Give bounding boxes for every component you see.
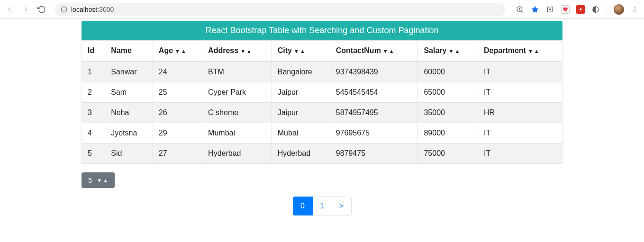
sort-arrows-icon: ▼▲ bbox=[528, 48, 539, 54]
table-row: 5Sid27HyderbadHyderbad987947575000IT bbox=[82, 143, 562, 164]
cell-id: 2 bbox=[82, 82, 105, 103]
page-next-button[interactable]: > bbox=[332, 197, 352, 215]
cell-contact: 9374398439 bbox=[330, 62, 418, 82]
data-table: IdNameAge▼▲Address▼▲City▼▲ContactNum▼▲Sa… bbox=[82, 40, 562, 164]
cell-id: 4 bbox=[82, 123, 105, 143]
svg-line-4 bbox=[521, 11, 523, 12]
cell-contact: 5874957495 bbox=[330, 103, 418, 123]
table-row: 1Sanwar24BTMBangalore937439843960000IT bbox=[82, 62, 562, 82]
column-label: Name bbox=[111, 46, 132, 54]
extension-moon-icon[interactable] bbox=[591, 5, 600, 14]
pagination: 0 1 > bbox=[82, 197, 562, 215]
browser-toolbar: localhost:3000 ✦ bbox=[0, 0, 644, 19]
cell-salary: 89000 bbox=[418, 123, 478, 143]
table-row: 3Neha26C shemeJaipur587495749535000HR bbox=[82, 103, 562, 123]
toolbar-right: ✦ bbox=[516, 4, 639, 15]
cell-city: Jaipur bbox=[272, 82, 330, 103]
cell-city: Hyderbad bbox=[272, 143, 330, 164]
profile-avatar[interactable] bbox=[614, 4, 624, 15]
sort-arrows-icon: ▼▲ bbox=[448, 48, 460, 54]
cell-id: 3 bbox=[82, 103, 105, 123]
cell-dept: HR bbox=[478, 103, 562, 123]
column-label: Address bbox=[208, 46, 238, 54]
cell-dept: IT bbox=[478, 62, 562, 82]
page-button-0[interactable]: 0 bbox=[293, 197, 313, 215]
dropdown-arrows-icon: ▼▲ bbox=[97, 178, 108, 183]
cell-address: C sheme bbox=[202, 103, 272, 123]
cell-address: Mumbai bbox=[202, 123, 272, 143]
column-header-department[interactable]: Department▼▲ bbox=[478, 41, 562, 62]
table-row: 2Sam25Cyper ParkJaipur545454545465000IT bbox=[82, 82, 562, 103]
svg-point-13 bbox=[635, 11, 635, 12]
extension-pocket-icon[interactable] bbox=[561, 5, 570, 14]
sort-arrows-icon: ▼▲ bbox=[175, 48, 186, 54]
url-text: localhost:3000 bbox=[71, 6, 114, 13]
column-label: City bbox=[278, 46, 292, 54]
cell-city: Mubai bbox=[272, 123, 330, 143]
cell-age: 26 bbox=[153, 103, 202, 123]
cell-name: Sanwar bbox=[105, 62, 153, 82]
extension-adblock-icon[interactable]: ✦ bbox=[576, 5, 585, 14]
svg-point-12 bbox=[635, 9, 635, 10]
svg-point-11 bbox=[635, 7, 635, 8]
zoom-icon[interactable] bbox=[516, 5, 524, 14]
cell-address: BTM bbox=[202, 62, 272, 82]
table-row: 4Jyotsna29MumbaiMubai9769567589000IT bbox=[82, 123, 562, 143]
column-header-address[interactable]: Address▼▲ bbox=[202, 41, 272, 62]
column-header-name: Name bbox=[105, 41, 153, 62]
cell-salary: 65000 bbox=[418, 82, 478, 103]
cell-name: Jyotsna bbox=[105, 123, 153, 143]
cell-salary: 35000 bbox=[418, 103, 478, 123]
cell-dept: IT bbox=[478, 123, 562, 143]
svg-point-9 bbox=[550, 9, 551, 10]
column-header-age[interactable]: Age▼▲ bbox=[153, 41, 202, 62]
forward-button[interactable] bbox=[21, 5, 30, 14]
toolbar-divider bbox=[607, 5, 607, 14]
cell-age: 27 bbox=[153, 143, 202, 164]
column-header-salary[interactable]: Salary▼▲ bbox=[418, 41, 478, 62]
cell-salary: 60000 bbox=[418, 62, 478, 82]
menu-dots-icon[interactable] bbox=[631, 5, 639, 14]
cell-name: Sid bbox=[105, 143, 153, 164]
cell-dept: IT bbox=[478, 82, 562, 103]
sort-arrows-icon: ▼▲ bbox=[240, 48, 252, 54]
cell-id: 5 bbox=[82, 143, 105, 164]
page-content: React Bootstrap Table with Searching and… bbox=[77, 21, 567, 215]
svg-marker-7 bbox=[532, 6, 539, 12]
column-header-id: Id bbox=[82, 41, 105, 62]
column-label: Id bbox=[88, 46, 94, 54]
sort-arrows-icon: ▼▲ bbox=[294, 48, 305, 54]
bookmark-star-icon[interactable] bbox=[531, 5, 539, 14]
column-label: Salary bbox=[424, 46, 446, 54]
page-button-1[interactable]: 1 bbox=[312, 197, 332, 215]
cell-salary: 75000 bbox=[418, 143, 478, 164]
cell-contact: 97695675 bbox=[330, 123, 418, 143]
cell-address: Hyderbad bbox=[202, 143, 272, 164]
page-size-dropdown[interactable]: 5 ▼▲ bbox=[82, 172, 115, 188]
column-label: Department bbox=[484, 46, 526, 54]
info-icon bbox=[61, 6, 67, 13]
column-label: Age bbox=[159, 46, 173, 54]
cell-city: Bangalore bbox=[272, 62, 330, 82]
cell-dept: IT bbox=[478, 143, 562, 164]
cell-id: 1 bbox=[82, 62, 105, 82]
extension-crop-icon[interactable] bbox=[546, 5, 554, 14]
cell-age: 25 bbox=[153, 82, 202, 103]
cell-contact: 5454545454 bbox=[330, 82, 418, 103]
cell-name: Neha bbox=[105, 103, 153, 123]
page-title: React Bootstrap Table with Searching and… bbox=[82, 21, 562, 40]
column-header-city[interactable]: City▼▲ bbox=[272, 41, 330, 62]
column-header-contactnum[interactable]: ContactNum▼▲ bbox=[330, 41, 418, 62]
cell-age: 24 bbox=[153, 62, 202, 82]
cell-name: Sam bbox=[105, 82, 153, 103]
reload-button[interactable] bbox=[37, 5, 46, 14]
cell-age: 29 bbox=[153, 123, 202, 143]
page-size-value: 5 bbox=[88, 176, 92, 184]
sort-arrows-icon: ▼▲ bbox=[383, 48, 394, 54]
column-label: ContactNum bbox=[336, 46, 381, 54]
cell-city: Jaipur bbox=[272, 103, 330, 123]
address-bar[interactable]: localhost:3000 bbox=[55, 3, 505, 16]
back-button[interactable] bbox=[5, 5, 14, 14]
cell-address: Cyper Park bbox=[202, 82, 272, 103]
cell-contact: 9879475 bbox=[330, 143, 418, 164]
